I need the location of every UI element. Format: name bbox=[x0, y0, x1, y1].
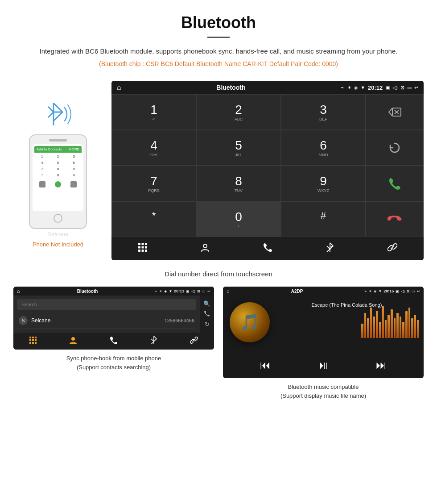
svg-rect-8 bbox=[145, 243, 147, 245]
dial-key-6[interactable]: 6 MNO bbox=[281, 130, 366, 166]
dial-key-9[interactable]: 9 WXYZ bbox=[281, 166, 366, 201]
pb-bt-icon: ✶ bbox=[159, 289, 162, 293]
dial-key-3[interactable]: 3 DEF bbox=[281, 94, 366, 130]
bottom-screens: ⌂ Bluetooth ⌁ ✶ ◈ ▼ 20:11 ▣ ◁) ⊠ ▭ ↩ bbox=[0, 287, 437, 402]
pb-bottom-phone-icon[interactable] bbox=[110, 336, 118, 346]
next-button[interactable]: ⏭ bbox=[376, 359, 387, 371]
dial-key-8[interactable]: 8 TUV bbox=[196, 166, 281, 201]
music-caption-line2: (Support display music file name) bbox=[280, 392, 366, 399]
bottom-bluetooth-icon[interactable] bbox=[325, 242, 335, 255]
eq-bar-20 bbox=[417, 320, 419, 338]
phone-dial-0[interactable]: 0 bbox=[50, 172, 66, 178]
backspace-button[interactable] bbox=[366, 94, 424, 130]
search-placeholder: Search bbox=[21, 302, 37, 307]
phone-speaker bbox=[49, 139, 67, 142]
contact-number: 13566664466 bbox=[165, 318, 194, 323]
dialpad-row-2: 4 GHI 5 JKL 6 MNO bbox=[111, 130, 366, 166]
play-pause-button[interactable]: ⏯ bbox=[318, 359, 329, 371]
music-home-icon[interactable]: ⌂ bbox=[227, 288, 230, 294]
pb-home-icon[interactable]: ⌂ bbox=[17, 288, 20, 294]
dial-key-hash[interactable]: # bbox=[281, 201, 366, 237]
statusbar-back-icon[interactable]: ↩ bbox=[414, 85, 418, 91]
svg-rect-20 bbox=[29, 337, 31, 338]
dial-key-0[interactable]: 0 + bbox=[196, 201, 281, 237]
phone-dial-8[interactable]: 8 bbox=[50, 166, 66, 172]
music-time: 20:15 bbox=[383, 289, 394, 293]
dial-key-2[interactable]: 2 ABC bbox=[196, 94, 281, 130]
bottom-link-icon[interactable] bbox=[388, 242, 397, 255]
pb-bottom-link-icon[interactable] bbox=[190, 336, 198, 346]
dialpad-left: 1 ∞ 2 ABC 3 DEF 4 GHI bbox=[111, 94, 366, 237]
phone-dial-5[interactable]: 5 bbox=[50, 160, 66, 166]
statusbar-home-icon[interactable]: ⌂ bbox=[117, 83, 121, 92]
phone-dial-7[interactable]: 7 bbox=[34, 166, 50, 172]
svg-rect-21 bbox=[32, 337, 34, 338]
music-camera-icon: ▣ bbox=[396, 289, 399, 293]
music-location-icon: ◈ bbox=[374, 289, 376, 293]
refresh-icon[interactable]: ↻ bbox=[205, 321, 210, 328]
page-header: Bluetooth Integrated with BC6 Bluetooth … bbox=[0, 0, 437, 81]
eq-bar-2 bbox=[364, 313, 367, 338]
phone-dial-3[interactable]: 3 bbox=[66, 154, 82, 159]
pb-back-icon[interactable]: ↩ bbox=[207, 289, 210, 293]
eq-bar-6 bbox=[376, 311, 378, 338]
music-bt-icon: ✶ bbox=[369, 289, 372, 293]
call-button[interactable] bbox=[366, 166, 424, 201]
phone-dial-2[interactable]: 2 bbox=[50, 154, 66, 159]
bottom-dialpad-icon[interactable] bbox=[138, 242, 148, 255]
phone-device: Add to Contacts MORE 1 2 3 4 5 6 7 8 9 *… bbox=[29, 134, 87, 229]
phone-dial-6[interactable]: 6 bbox=[66, 160, 82, 166]
phone-dial-star[interactable]: * bbox=[34, 172, 50, 178]
pb-bottom-dialpad-icon[interactable] bbox=[29, 337, 37, 346]
pb-close-icon[interactable]: ⊠ bbox=[197, 289, 200, 293]
prev-button[interactable]: ⏮ bbox=[260, 359, 271, 371]
statusbar-volume-icon: ◁) bbox=[392, 85, 398, 91]
dial-key-4[interactable]: 4 GHI bbox=[111, 130, 196, 166]
music-caption: Bluetooth music compatible (Support disp… bbox=[223, 378, 424, 402]
bottom-phone-icon[interactable] bbox=[263, 242, 272, 255]
phone-dial-4[interactable]: 4 bbox=[34, 160, 50, 166]
music-close-icon[interactable]: ⊠ bbox=[407, 289, 410, 293]
svg-line-31 bbox=[151, 339, 154, 342]
svg-rect-28 bbox=[35, 342, 37, 344]
music-content: 🎵 Escape (The Pina Colada Song) bbox=[223, 296, 424, 378]
refresh-button[interactable] bbox=[366, 130, 424, 166]
bottom-contacts-icon[interactable] bbox=[200, 242, 210, 255]
dial-key-7[interactable]: 7 PQRS bbox=[111, 166, 196, 201]
phone-home-button[interactable] bbox=[54, 214, 62, 223]
eq-bar-18 bbox=[411, 318, 413, 338]
pb-bottom-bar bbox=[13, 333, 214, 350]
statusbar-bt-icon: ✶ bbox=[347, 85, 351, 91]
contact-row[interactable]: S Seicane 13566664466 bbox=[17, 312, 196, 329]
pb-bottom-bluetooth-icon[interactable] bbox=[150, 336, 157, 346]
statusbar-time: 20:12 bbox=[368, 84, 383, 91]
svg-line-2 bbox=[48, 112, 54, 117]
dial-key-1[interactable]: 1 ∞ bbox=[111, 94, 196, 130]
statusbar-usb-icon: ⌁ bbox=[341, 84, 344, 91]
svg-rect-7 bbox=[142, 243, 144, 245]
end-call-button[interactable] bbox=[366, 201, 424, 237]
dial-key-star[interactable]: * bbox=[111, 201, 196, 237]
music-back-icon[interactable]: ↩ bbox=[417, 289, 420, 293]
phone-bottom-icon-1[interactable] bbox=[39, 181, 45, 187]
pb-bottom-contacts-active-icon[interactable] bbox=[69, 336, 77, 346]
dial-key-5[interactable]: 5 JKL bbox=[196, 130, 281, 166]
search-bar[interactable]: Search bbox=[17, 299, 196, 310]
call-icon[interactable] bbox=[204, 310, 210, 318]
phone-dial-hash[interactable]: # bbox=[66, 172, 82, 178]
search-icon[interactable]: 🔍 bbox=[203, 300, 210, 307]
dialpad-container: 1 ∞ 2 ABC 3 DEF 4 GHI bbox=[111, 94, 424, 237]
eq-bar-13 bbox=[396, 313, 399, 338]
phone-dial-1[interactable]: 1 bbox=[34, 154, 50, 159]
phone-bottom-icon-2[interactable] bbox=[70, 181, 77, 187]
phonebook-caption-line1: Sync phone-book from mobile phone bbox=[66, 355, 161, 362]
eq-bar-3 bbox=[367, 318, 369, 338]
phone-call-icon[interactable] bbox=[55, 181, 61, 187]
statusbar-close-icon[interactable]: ⊠ bbox=[400, 85, 404, 91]
statusbar-camera-icon: ▣ bbox=[385, 85, 390, 91]
screen-statusbar: ⌂ Bluetooth ⌁ ✶ ◈ ▼ 20:12 ▣ ◁) ⊠ ▭ ↩ bbox=[111, 81, 424, 94]
eq-bar-14 bbox=[400, 317, 402, 338]
phone-dial-9[interactable]: 9 bbox=[66, 166, 82, 172]
bluetooth-info: (Bluetooth chip : CSR BC6 Default Blueto… bbox=[27, 60, 410, 67]
pb-location-icon: ◈ bbox=[164, 289, 167, 293]
